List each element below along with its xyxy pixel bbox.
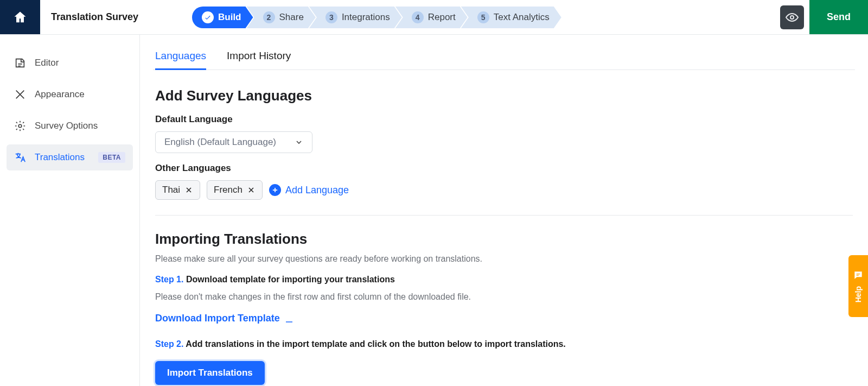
- chip-label: Thai: [162, 185, 180, 195]
- plus-icon: [269, 184, 281, 196]
- download-icon: [284, 314, 294, 324]
- svg-point-1: [18, 124, 22, 128]
- beta-badge: BETA: [98, 152, 125, 163]
- tab-languages[interactable]: Languages: [155, 47, 206, 70]
- home-button[interactable]: [0, 0, 40, 34]
- step-text-analytics[interactable]: 5 Text Analytics: [461, 7, 561, 28]
- step-1-number: Step 1.: [155, 275, 183, 284]
- step-integrations[interactable]: 3 Integrations: [309, 7, 402, 28]
- add-language-label: Add Language: [285, 185, 349, 196]
- step-label: Integrations: [342, 12, 390, 23]
- preview-button[interactable]: [780, 5, 804, 29]
- eye-icon: [786, 11, 799, 24]
- appearance-icon: [14, 88, 26, 100]
- step-1-text: Download template for importing your tra…: [186, 275, 395, 284]
- tabs: Languages Import History: [153, 47, 855, 70]
- step-1-line: Step 1. Download template for importing …: [155, 275, 853, 284]
- select-value: English (Default Language): [164, 137, 276, 148]
- add-language-button[interactable]: Add Language: [269, 184, 349, 196]
- sidebar-item-appearance[interactable]: Appearance: [7, 81, 133, 107]
- sidebar-item-label: Translations: [35, 152, 85, 163]
- sidebar-item-label: Editor: [35, 58, 59, 68]
- default-language-label: Default Language: [155, 114, 853, 125]
- close-icon[interactable]: [184, 186, 193, 194]
- download-link-label: Download Import Template: [155, 313, 280, 324]
- add-languages-heading: Add Survey Languages: [155, 87, 853, 104]
- step-label: Text Analytics: [494, 12, 550, 23]
- language-chip-french: French: [207, 180, 263, 200]
- help-label: Help: [854, 286, 863, 302]
- step-build[interactable]: Build: [192, 7, 253, 28]
- chat-icon: [853, 270, 864, 281]
- sidebar-item-label: Appearance: [35, 89, 85, 100]
- importing-heading: Importing Translations: [155, 231, 853, 248]
- survey-title: Translation Survey: [40, 0, 181, 34]
- home-icon: [12, 10, 28, 25]
- step-label: Share: [279, 12, 304, 23]
- send-button[interactable]: Send: [809, 0, 868, 34]
- step-number: 4: [412, 11, 424, 23]
- chip-label: French: [214, 185, 242, 195]
- step-label: Build: [218, 12, 241, 23]
- default-language-select[interactable]: English (Default Language): [155, 131, 312, 153]
- step-1-note: Please don't make changes in the first r…: [155, 292, 853, 302]
- sidebar: Editor Appearance Survey Options Transla…: [0, 35, 140, 386]
- main-content: Languages Import History Add Survey Lang…: [140, 35, 868, 386]
- importing-description: Please make sure all your survey questio…: [155, 254, 853, 264]
- step-number: 5: [477, 11, 489, 23]
- tab-import-history[interactable]: Import History: [227, 47, 291, 70]
- chevron-down-icon: [295, 138, 303, 147]
- section-divider: [155, 215, 853, 216]
- sidebar-item-survey-options[interactable]: Survey Options: [7, 113, 133, 139]
- check-icon: [202, 11, 214, 23]
- step-report[interactable]: 4 Report: [395, 7, 468, 28]
- sidebar-item-editor[interactable]: Editor: [7, 50, 133, 76]
- step-2-text: Add translations in the import template …: [186, 339, 565, 349]
- sidebar-item-label: Survey Options: [35, 121, 98, 131]
- download-template-link[interactable]: Download Import Template: [155, 313, 294, 324]
- step-number: 3: [326, 11, 337, 23]
- help-tab[interactable]: Help: [848, 255, 868, 317]
- close-icon[interactable]: [247, 186, 256, 194]
- svg-point-0: [790, 16, 794, 19]
- step-2-number: Step 2.: [155, 339, 183, 349]
- step-number: 2: [263, 11, 275, 23]
- editor-icon: [14, 57, 26, 69]
- step-share[interactable]: 2 Share: [247, 7, 316, 28]
- step-2-line: Step 2. Add translations in the import t…: [155, 339, 853, 349]
- wizard-steps: Build 2 Share 3 Integrations 4 Report 5 …: [181, 7, 561, 28]
- gear-icon: [14, 120, 26, 132]
- step-label: Report: [428, 12, 456, 23]
- sidebar-item-translations[interactable]: Translations BETA: [7, 144, 133, 170]
- language-chip-thai: Thai: [155, 180, 200, 200]
- translate-icon: [14, 151, 26, 163]
- other-languages-label: Other Languages: [155, 163, 853, 174]
- import-translations-button[interactable]: Import Translations: [155, 361, 265, 385]
